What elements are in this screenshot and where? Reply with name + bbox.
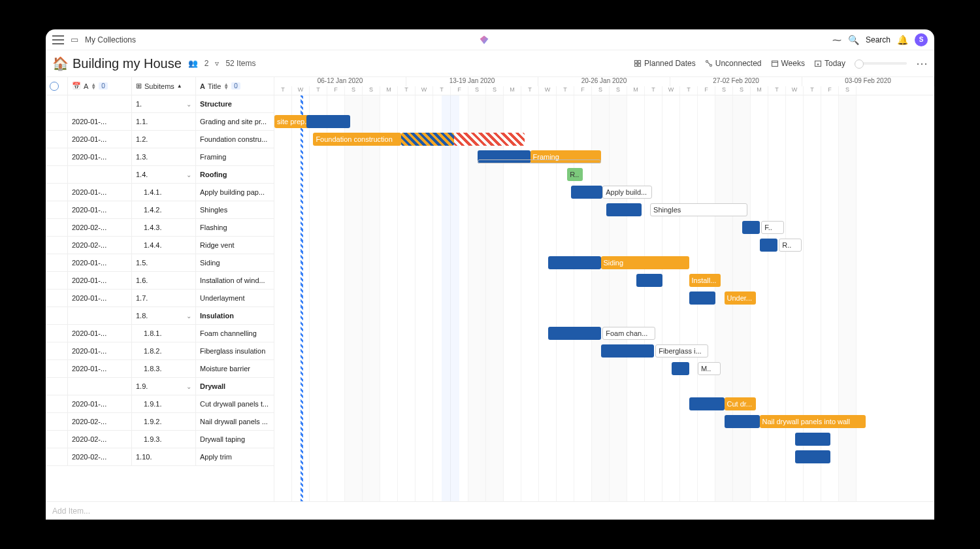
- bar-apply-build-label[interactable]: Apply build...: [602, 186, 652, 199]
- bar-install[interactable]: [636, 274, 663, 287]
- date-cell: 2020-02-...: [68, 219, 132, 237]
- date-cell: [68, 166, 132, 184]
- subitems-icon: ⊞: [136, 82, 142, 90]
- title-cell: Flashing: [196, 219, 274, 237]
- table-row[interactable]: 2020-01-... 1.7. Underlayment: [46, 290, 274, 307]
- title-column-header[interactable]: A Title ▲▼ 0: [196, 77, 274, 95]
- bar-ridge-label[interactable]: R..: [779, 239, 802, 252]
- planned-dates-button[interactable]: Planned Dates: [634, 59, 696, 68]
- today-button[interactable]: Today: [814, 59, 845, 68]
- bar-cutdry-planned[interactable]: Cut dr...: [725, 397, 757, 410]
- bar-shingles-label[interactable]: Shingles: [650, 203, 747, 216]
- date-cell: 2020-02-...: [68, 431, 132, 448]
- day-header: F: [698, 86, 715, 95]
- table-panel: 📅 A ▲▼ 0 ⊞ Subitems ▲ A Title ▲▼ 0: [46, 77, 274, 501]
- table-row[interactable]: 2020-01-... 1.3. Framing: [46, 148, 274, 166]
- table-row[interactable]: 2020-02-... 1.4.3. Flashing: [46, 219, 274, 237]
- search-icon[interactable]: 🔍: [848, 35, 859, 45]
- bar-apply-trim[interactable]: [795, 450, 830, 463]
- table-row[interactable]: 2020-01-... 1.8.3. Moisture barrier: [46, 360, 274, 378]
- day-header: S: [363, 86, 380, 95]
- week-header: 03-09 Feb 2020: [802, 77, 934, 86]
- table-row[interactable]: 1.4.⌄ Roofing: [46, 166, 274, 184]
- bar-flashing[interactable]: [742, 221, 760, 234]
- bar-apply-build[interactable]: [571, 186, 603, 199]
- breadcrumb[interactable]: My Collections: [85, 35, 136, 44]
- add-item-input[interactable]: [52, 507, 183, 516]
- bar-siding[interactable]: [548, 256, 601, 269]
- notifications-icon[interactable]: 🔔: [897, 35, 908, 45]
- table-row[interactable]: 2020-01-... 1.4.1. Apply building pap...: [46, 184, 274, 201]
- date-column-header[interactable]: 📅 A ▲▼ 0: [68, 77, 132, 95]
- bar-naildry[interactable]: [725, 415, 760, 428]
- bar-shingles[interactable]: [606, 203, 642, 216]
- table-row[interactable]: 2020-01-... 1.8.1. Foam channelling: [46, 325, 274, 342]
- table-row[interactable]: 2020-01-... 1.4.2. Shingles: [46, 201, 274, 219]
- day-header: S: [715, 86, 733, 95]
- table-row[interactable]: 2020-01-... 1.8.2. Fiberglass insulation: [46, 342, 274, 360]
- bar-foundation-overlap[interactable]: [401, 133, 454, 146]
- date-cell: 2020-02-...: [68, 448, 132, 466]
- title-cell: Framing: [196, 148, 274, 166]
- people-count[interactable]: 2: [204, 59, 209, 68]
- table-row[interactable]: 1.9.⌄ Drywall: [46, 378, 274, 395]
- table-row[interactable]: 2020-02-... 1.9.2. Nail drywall panels .…: [46, 413, 274, 431]
- bar-foundation-planned[interactable]: Foundation construction: [313, 133, 401, 146]
- subitems-column-header[interactable]: ⊞ Subitems ▲: [132, 77, 196, 95]
- bar-foam-label[interactable]: Foam chan...: [602, 327, 655, 340]
- day-header: M: [751, 86, 768, 95]
- table-row[interactable]: 2020-02-... 1.4.4. Ridge vent: [46, 237, 274, 254]
- bar-naildry-planned[interactable]: Nail drywall panels into wall: [760, 415, 866, 428]
- bar-fiberglass[interactable]: [601, 344, 654, 358]
- date-cell: 2020-01-...: [68, 342, 132, 360]
- weeks-button[interactable]: Weeks: [771, 59, 805, 68]
- zoom-slider[interactable]: [855, 62, 907, 65]
- bar-grading-planned[interactable]: site prep...: [274, 115, 310, 128]
- bar-under-planned[interactable]: Under...: [725, 291, 757, 305]
- activity-icon[interactable]: ⁓: [832, 35, 841, 45]
- table-row[interactable]: 2020-01-... 1.1. Grading and site pr...: [46, 113, 274, 131]
- bar-drywall-taping[interactable]: [795, 433, 830, 446]
- table-row[interactable]: 2020-01-... 1.5. Siding: [46, 254, 274, 272]
- day-header: W: [662, 86, 680, 95]
- table-row[interactable]: 2020-01-... 1.9.1. Cut drywall panels t.…: [46, 395, 274, 413]
- select-column-header[interactable]: [46, 77, 68, 95]
- table-row[interactable]: 2020-02-... 1.9.3. Drywall taping: [46, 431, 274, 448]
- bar-fiberglass-label[interactable]: Fiberglass i...: [655, 344, 708, 358]
- table-row[interactable]: 2020-02-... 1.10. Apply trim: [46, 448, 274, 466]
- menu-icon[interactable]: [52, 35, 64, 44]
- filter-icon[interactable]: ▿: [215, 59, 219, 68]
- date-cell: 2020-01-...: [68, 325, 132, 342]
- day-header: S: [345, 86, 363, 95]
- gantt-panel[interactable]: 06-12 Jan 202013-19 Jan 202020-26 Jan 20…: [274, 77, 934, 501]
- title-cell: Shingles: [196, 201, 274, 219]
- bar-cutdry[interactable]: [689, 397, 725, 410]
- table-row[interactable]: 1.8.⌄ Insulation: [46, 307, 274, 325]
- num-cell: 1.9.2.: [132, 413, 196, 431]
- bar-foam[interactable]: [548, 327, 601, 340]
- avatar[interactable]: S: [915, 33, 928, 46]
- search-label[interactable]: Search: [866, 35, 890, 44]
- bar-flashing-label[interactable]: F..: [761, 221, 784, 234]
- table-row[interactable]: 2020-01-... 1.6. Installation of wind...: [46, 272, 274, 290]
- bar-ridge[interactable]: [760, 239, 777, 252]
- item-count[interactable]: 52 Items: [225, 59, 255, 68]
- bar-roofing[interactable]: R..: [567, 168, 583, 181]
- day-header: T: [310, 86, 327, 95]
- bar-install-planned[interactable]: Install...: [689, 274, 721, 287]
- bar-foundation-overdue[interactable]: [454, 133, 525, 146]
- num-cell: 1.4.4.: [132, 237, 196, 254]
- bar-grading[interactable]: [306, 115, 351, 128]
- bar-under[interactable]: [689, 291, 716, 305]
- table-row[interactable]: 1.⌄ Structure: [46, 95, 274, 113]
- week-header: 13-19 Jan 2020: [406, 77, 538, 86]
- bar-moisture-label[interactable]: M..: [698, 362, 721, 375]
- unconnected-button[interactable]: Unconnected: [705, 59, 762, 68]
- num-cell: 1.5.: [132, 254, 196, 272]
- more-icon[interactable]: ⋯: [916, 56, 928, 71]
- table-row[interactable]: 2020-01-... 1.2. Foundation constru...: [46, 131, 274, 148]
- bar-siding-planned[interactable]: Siding: [601, 256, 689, 269]
- chevron-down-icon: ⌄: [186, 312, 191, 320]
- bar-moisture[interactable]: [672, 362, 689, 375]
- num-cell: 1.4.3.: [132, 219, 196, 237]
